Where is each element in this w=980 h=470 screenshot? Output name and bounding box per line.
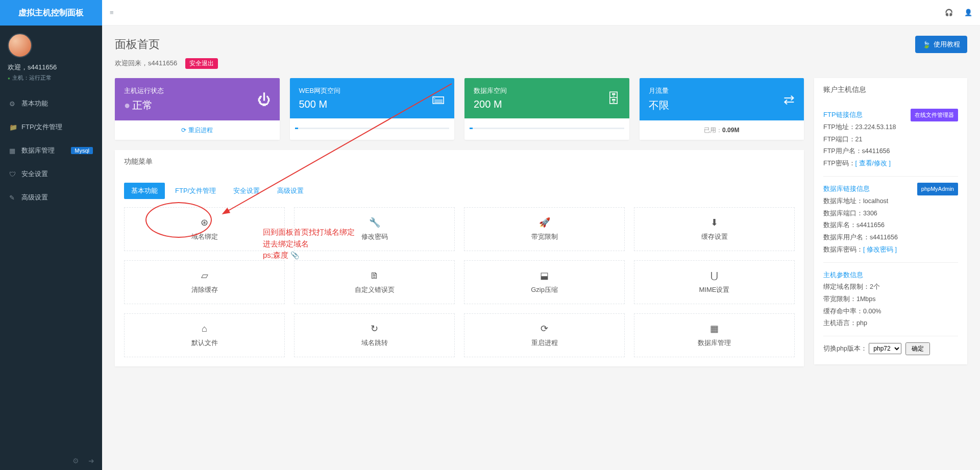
ftp-pwd-link[interactable]: [ 查看/修改 ] <box>855 160 891 167</box>
nav-security[interactable]: 🛡安全设置 <box>0 162 102 186</box>
file-icon: 🗎 <box>370 270 379 281</box>
status-card-db: 数据库空间 200 M 🗄 <box>464 78 629 140</box>
power-icon: ⏻ <box>257 91 271 107</box>
fn-gzip[interactable]: ⬓Gzip压缩 <box>464 260 625 304</box>
exchange-icon: ⇄ <box>783 91 795 107</box>
table-icon: ▦ <box>9 147 21 155</box>
menu-tabs: 基本功能 FTP/文件管理 安全设置 高级设置 <box>124 183 795 199</box>
fn-error-page[interactable]: 🗎自定义错误页 <box>294 260 455 304</box>
folder-icon: 📁 <box>9 123 21 131</box>
status-card-host: 主机运行状态 ●正常 ⏻ ⟳ 重启进程 <box>115 78 280 140</box>
menu-panel-title: 功能菜单 <box>115 150 804 174</box>
avatar[interactable] <box>8 33 32 58</box>
eraser-icon: ▱ <box>201 270 208 281</box>
restart-link[interactable]: ⟳ 重启进程 <box>115 120 280 140</box>
dribbble-icon: ⊛ <box>201 217 208 228</box>
shield-icon: 🛡 <box>9 170 21 178</box>
sidebar-user: 欢迎，s4411656 主机：运行正常 <box>0 26 102 87</box>
fn-cache-settings[interactable]: ⬇缓存设置 <box>634 207 795 251</box>
logout-button[interactable]: 安全退出 <box>185 58 218 69</box>
nav-ftp[interactable]: 📁FTP/文件管理 <box>0 115 102 139</box>
traffic-used: 已用： 0.09M <box>640 120 804 140</box>
nav-advanced[interactable]: ✎高级设置 <box>0 186 102 209</box>
menu-toggle-icon[interactable]: ≡ <box>110 9 114 16</box>
refresh-icon: ⟳ <box>181 127 186 134</box>
sidebar: 虚拟主机控制面板 欢迎，s4411656 主机：运行正常 ⚙基本功能 📁FTP/… <box>0 0 102 377</box>
tab-advanced[interactable]: 高级设置 <box>270 183 311 199</box>
tab-security[interactable]: 安全设置 <box>226 183 267 199</box>
fn-domain-redirect[interactable]: ↻域名跳转 <box>294 313 455 357</box>
status-card-web: WEB网页空间 500 M 🖴 <box>290 78 455 140</box>
account-info-panel: 账户主机信息 FTP链接信息 在线文件管理器 FTP地址：23.224.53.1… <box>814 78 967 364</box>
ftp-section-title: FTP链接信息 在线文件管理器 <box>823 109 958 121</box>
db-pwd-link[interactable]: [ 修改密码 ] <box>863 246 897 253</box>
dropbox-icon: ⬓ <box>540 270 549 281</box>
rotate-icon: ↻ <box>371 323 378 334</box>
php-switch-row: 切换php版本： php72 确定 <box>823 342 958 355</box>
user-icon[interactable]: 👤 <box>964 9 972 16</box>
php-ok-button[interactable]: 确定 <box>905 342 930 355</box>
fn-restart[interactable]: ⟳重启进程 <box>464 313 625 357</box>
host-section-title: 主机参数信息 <box>823 269 958 282</box>
host-status: 主机：运行正常 <box>8 74 94 82</box>
status-card-traffic: 月流量 不限 ⇄ 已用： 0.09M <box>640 78 804 140</box>
sidebar-nav: ⚙基本功能 📁FTP/文件管理 ▦数据库管理Mysql 🛡安全设置 ✎高级设置 <box>0 92 102 209</box>
nav-basic[interactable]: ⚙基本功能 <box>0 92 102 115</box>
download-icon: ⬇ <box>710 217 718 228</box>
php-version-select[interactable]: php72 <box>869 343 901 354</box>
status-row: 主机运行状态 ●正常 ⏻ ⟳ 重启进程 WEB网页空间 500 M <box>115 78 804 140</box>
welcome-text: 欢迎，s4411656 <box>8 63 94 72</box>
leaf-icon: 🍃 <box>922 41 930 48</box>
fn-change-password[interactable]: 🔧修改密码 <box>294 207 455 251</box>
th-icon: ▦ <box>710 323 719 334</box>
tutorial-button[interactable]: 🍃 使用教程 <box>915 36 967 53</box>
brand-title: 虚拟主机控制面板 <box>0 0 102 26</box>
db-section-title: 数据库链接信息 phpMyAdmin <box>823 183 958 195</box>
fn-db-manage[interactable]: ▦数据库管理 <box>634 313 795 357</box>
database-icon: 🗄 <box>607 90 620 106</box>
fn-bandwidth-limit[interactable]: 🚀带宽限制 <box>464 207 625 251</box>
page-head: 面板首页 🍃 使用教程 <box>115 36 967 53</box>
mysql-badge: Mysql <box>71 147 93 154</box>
wrench-icon: 🔧 <box>369 217 380 228</box>
rocket-icon: 🚀 <box>539 217 550 228</box>
file-manager-button[interactable]: 在线文件管理器 <box>911 109 958 121</box>
tab-basic[interactable]: 基本功能 <box>124 183 165 199</box>
sub-head: 欢迎回来，s4411656 安全退出 <box>115 58 967 69</box>
db-usage-bar <box>464 118 629 138</box>
home-icon: ⌂ <box>202 324 207 334</box>
page-title: 面板首页 <box>115 37 160 52</box>
fn-domain-bind[interactable]: ⊛域名绑定 <box>124 207 285 251</box>
main: ≡ 🎧 👤 面板首页 🍃 使用教程 欢迎回来，s4411656 安全退出 <box>102 0 980 377</box>
gears-icon: ⚙ <box>9 100 21 108</box>
info-panel-title: 账户主机信息 <box>814 78 967 102</box>
refresh-icon: ⟳ <box>541 323 548 334</box>
web-usage-bar <box>290 118 455 138</box>
nav-db[interactable]: ▦数据库管理Mysql <box>0 139 102 162</box>
fn-mime[interactable]: ⋃MIME设置 <box>634 260 795 304</box>
function-grid: ⊛域名绑定 🔧修改密码 🚀带宽限制 ⬇缓存设置 ▱清除缓存 🗎自定义错误页 ⬓G… <box>124 207 795 357</box>
fn-default-file[interactable]: ⌂默认文件 <box>124 313 285 357</box>
edit-icon: ✎ <box>9 194 21 202</box>
function-menu-panel: 功能菜单 基本功能 FTP/文件管理 安全设置 高级设置 ⊛域名绑定 🔧修改密码… <box>115 150 804 366</box>
topbar: ≡ 🎧 👤 <box>102 0 980 26</box>
magnet-icon: ⋃ <box>710 270 718 281</box>
fn-clear-cache[interactable]: ▱清除缓存 <box>124 260 285 304</box>
headset-icon[interactable]: 🎧 <box>945 9 953 16</box>
tab-ftp[interactable]: FTP/文件管理 <box>168 183 223 199</box>
hdd-icon: 🖴 <box>432 90 445 106</box>
phpmyadmin-button[interactable]: phpMyAdmin <box>917 183 958 195</box>
